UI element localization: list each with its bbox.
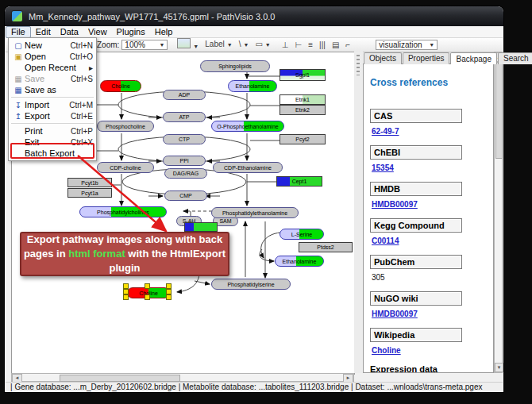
metabolite-node[interactable]: CTP [163,134,206,144]
metabolite-node[interactable]: Phosphocholine [97,121,154,132]
xref-link[interactable]: HMDB00097 [372,200,487,209]
menu-separator [11,97,94,98]
selection-handle[interactable] [145,283,150,289]
metabolite-node[interactable]: CDP-choline [97,162,154,173]
metabolite-node[interactable]: Choline [100,80,141,92]
file-menu-export[interactable]: ↥ Export Ctrl+E [9,110,96,121]
file-menu-open[interactable]: ▣ Open Ctrl+O [9,51,96,62]
metabolite-node[interactable]: CMP [164,190,207,201]
xref-link[interactable]: Choline [372,346,487,355]
selection-handle[interactable] [123,289,129,294]
horizontal-scrollbar[interactable]: ◄ ► [11,373,354,382]
vertical-scroll-thumb[interactable] [495,62,503,159]
datanode-icon [177,38,191,48]
menu-help[interactable]: Help [150,27,178,37]
sidebar-tabs: Objects Properties Backpage Search Legen… [364,52,532,64]
add-label-dropdown[interactable]: Label▼ [205,39,232,51]
menu-edit[interactable]: Edit [31,27,56,37]
selection-handle[interactable] [166,289,172,294]
selection-handle[interactable] [145,294,150,300]
file-menu-popup: ▢ New Ctrl+N ▣ Open Ctrl+O Open Recent ▸… [8,37,97,161]
menu-data[interactable]: Data [56,27,83,37]
selection-handle[interactable] [166,283,172,289]
shape-tool-dropdown[interactable]: ▭▼ [255,39,270,51]
gene-node[interactable]: Sgpl1 [279,69,326,81]
callout-highlight: html format [68,248,125,260]
xref-link[interactable]: 62-49-7 [372,127,487,136]
file-menu-open-recent[interactable]: Open Recent ▸ [9,62,96,73]
metabolite-node[interactable]: ATP [163,112,206,122]
file-menu-print[interactable]: Print Ctrl+P [9,125,96,137]
metabolite-node[interactable]: DAG/RAG [164,168,207,179]
title-bar[interactable]: Mm_Kennedy_pathway_WP1771_45176.gpml - P… [5,6,503,26]
import-icon: ↧ [12,101,25,110]
export-icon: ↥ [12,112,25,121]
selection-tool-button[interactable]: ⌐ [345,40,350,51]
metabolite-node[interactable]: ADP [163,90,206,100]
metabolite-node[interactable]: Sphingolipids [200,60,270,72]
zoom-label: Zoom: [97,40,119,49]
selection-handle[interactable] [166,294,172,300]
tab-backpage[interactable]: Backpage [450,52,496,64]
submenu-arrow-icon: ▸ [89,63,93,72]
backpage-panel[interactable]: Cross references CAS 62-49-7 ChEBI 15354… [363,63,494,373]
distribute-horizontal-button[interactable]: ≡ [308,40,313,51]
scroll-down-arrow[interactable]: ▼ [495,363,503,372]
gene-node[interactable]: Pcyt1b [67,178,112,187]
xref-section-header: NuGO wiki [370,291,462,306]
line-tool-dropdown[interactable]: \▼ [239,39,249,51]
menu-plugins[interactable]: Plugins [112,27,150,37]
gene-node[interactable]: Pcyt1a [67,188,112,198]
menu-view[interactable]: View [83,27,112,37]
metabolite-node[interactable]: Ethanolamine [275,256,324,267]
xref-link[interactable]: C00114 [372,237,487,245]
gene-node[interactable]: Cept1 [276,176,322,187]
zoom-combobox[interactable]: 100% ▼ [121,40,168,50]
file-menu-save-as[interactable]: ▦ Save as [9,84,96,95]
menu-file[interactable]: File [6,26,31,38]
sidebar-scrollbar[interactable]: ▲ ▼ [494,52,503,373]
gene-node[interactable]: Ptdss2 [299,242,353,252]
file-menu-new[interactable]: ▢ New Ctrl+N [9,40,96,51]
gene-node[interactable]: Pcyt2 [279,134,326,144]
file-menu-save[interactable]: ▦ Save Ctrl+S [9,73,96,84]
splitter-handle[interactable] [357,55,360,75]
tab-objects[interactable]: Objects [364,52,402,64]
xref-section-header: Wikipedia [370,328,462,342]
align-horizontal-center-button[interactable]: ⊢ [295,40,303,51]
metabolite-node[interactable]: Phosphatidylcholines [79,206,167,217]
selection-handle[interactable] [123,283,129,289]
window-title: Mm_Kennedy_pathway_WP1771_45176.gpml - P… [29,12,275,21]
chevron-down-icon: ▼ [159,42,164,48]
metabolite-node[interactable]: CDP-Ethanolamine [213,162,283,173]
add-datanode-dropdown[interactable]: ▼ [177,38,199,52]
distribute-vertical-button[interactable]: ||| [319,40,326,51]
metabolite-node[interactable]: Ethanolamine [228,80,277,92]
selection-handle[interactable] [123,294,129,300]
tab-search[interactable]: Search [498,52,532,64]
visualization-value: visualization [379,40,422,49]
panel-splitter[interactable] [354,52,363,373]
chevron-down-icon: ▼ [429,42,434,48]
app-icon [11,10,23,22]
xref-value: 305 [372,273,487,282]
gene-node[interactable]: Etnk1 [279,94,326,105]
gene-node[interactable]: Etnk2 [279,105,326,115]
save-icon: ▦ [12,75,25,83]
metabolite-node[interactable]: Phosphatidylethanolamine [211,207,299,218]
metabolite-node[interactable]: L-Serine [279,229,324,240]
visualization-combobox[interactable]: visualization ▼ [376,40,438,50]
common-size-button[interactable]: ▤ [332,40,339,51]
xref-link[interactable]: HMDB00097 [372,310,487,318]
tab-properties[interactable]: Properties [403,52,450,64]
metabolite-node[interactable]: PPi [163,156,206,166]
metabolite-node[interactable]: O-Phosphoethanolamine [211,121,284,132]
gene-node-partially-hidden[interactable] [184,222,218,232]
metabolite-node[interactable]: Phosphatidylserine [211,279,291,290]
menu-bar[interactable]: File Edit Data View Plugins Help [6,26,503,38]
xref-link[interactable]: 15354 [372,164,487,172]
align-vertical-center-button[interactable]: ⊥ [282,40,289,51]
xref-section-header: PubChem [370,255,462,269]
file-menu-import[interactable]: ↧ Import Ctrl+M [9,99,96,110]
horizontal-scroll-thumb[interactable] [60,375,180,382]
